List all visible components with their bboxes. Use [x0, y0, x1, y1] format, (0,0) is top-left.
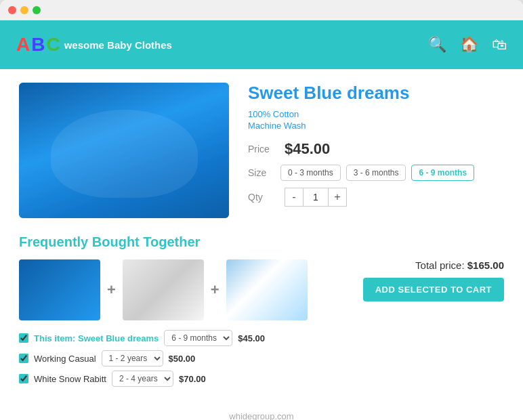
bag-icon[interactable]: 🛍 — [492, 36, 507, 54]
fbt-item-2-name: Working Casual — [34, 354, 96, 364]
logo-letter-a: A — [16, 34, 30, 56]
price-value: $45.00 — [285, 140, 330, 158]
fbt-item-2-price: $50.00 — [169, 354, 196, 364]
main-content: Sweet Blue dreams 100% Cotton Machine Wa… — [0, 69, 523, 400]
nav-icons: 🔍 🏠 🛍 — [428, 36, 507, 54]
fbt-title: Frequently Bought Together — [19, 234, 504, 250]
fbt-item-1-prefix: This item: Sweet Blue dreams — [34, 333, 159, 343]
qty-label: Qty — [248, 192, 275, 203]
logo-letter-c: C — [46, 34, 60, 56]
fbt-item-1: This item: Sweet Blue dreams 6 - 9 month… — [19, 330, 308, 346]
fbt-images: + + — [19, 259, 308, 320]
fbt-checkbox-3[interactable] — [19, 374, 28, 383]
product-details: Sweet Blue dreams 100% Cotton Machine Wa… — [248, 83, 504, 218]
fbt-item-3-price: $70.00 — [179, 374, 206, 384]
add-to-cart-button[interactable]: ADD SELECTED TO CART — [363, 278, 504, 301]
size-row: Size 0 - 3 months 3 - 6 months 6 - 9 mon… — [248, 165, 504, 181]
minimize-dot[interactable] — [20, 6, 28, 14]
price-label: Price — [248, 144, 275, 154]
product-section: Sweet Blue dreams 100% Cotton Machine Wa… — [19, 83, 504, 218]
total-price: Total price: $165.00 — [415, 259, 504, 271]
fbt-item-3: White Snow Rabitt 2 - 4 years 0 - 2 year… — [19, 371, 308, 387]
navbar: A B C wesome Baby Clothes 🔍 🏠 🛍 — [0, 20, 523, 69]
qty-row: Qty - 1 + — [248, 188, 504, 207]
fbt-left: + + This item: Sweet Blue dreams 6 - 9 m… — [19, 259, 308, 387]
search-icon[interactable]: 🔍 — [428, 36, 446, 54]
fbt-item-2: Working Casual 1 - 2 years 0 - 1 years 2… — [19, 350, 308, 366]
fbt-section: Frequently Bought Together + + Th — [19, 234, 504, 387]
fbt-checkbox-2[interactable] — [19, 354, 28, 363]
product-image — [19, 83, 229, 218]
fbt-item-3-name: White Snow Rabitt — [34, 374, 106, 384]
fbt-right: Total price: $165.00 ADD SELECTED TO CAR… — [363, 259, 504, 301]
footer: whidegroup.com — [0, 400, 523, 420]
logo-subtitle: wesome Baby Clothes — [64, 39, 172, 51]
footer-text: whidegroup.com — [229, 411, 293, 420]
size-btn-0-3[interactable]: 0 - 3 months — [280, 165, 341, 181]
fbt-item-1-price: $45.00 — [238, 333, 265, 343]
fbt-select-1[interactable]: 6 - 9 months 0 - 3 months 3 - 6 months — [164, 330, 232, 346]
total-price-value: $165.00 — [467, 259, 504, 271]
fbt-checkbox-1[interactable] — [19, 333, 28, 343]
fbt-image-2 — [123, 259, 204, 320]
app-window: A B C wesome Baby Clothes 🔍 🏠 🛍 Sweet Bl… — [0, 0, 523, 420]
fbt-main-row: + + This item: Sweet Blue dreams 6 - 9 m… — [19, 259, 504, 387]
fbt-image-3 — [226, 259, 308, 320]
logo: A B C wesome Baby Clothes — [16, 34, 172, 56]
product-desc-2: Machine Wash — [248, 121, 504, 131]
size-btn-3-6[interactable]: 3 - 6 months — [346, 165, 406, 181]
close-dot[interactable] — [8, 6, 16, 14]
qty-minus-button[interactable]: - — [285, 188, 304, 207]
size-btn-6-9[interactable]: 6 - 9 months — [411, 165, 474, 181]
plus-icon-1: + — [107, 281, 116, 299]
maximize-dot[interactable] — [33, 6, 41, 14]
fbt-image-1 — [19, 259, 100, 320]
title-bar — [0, 0, 523, 20]
fbt-select-2[interactable]: 1 - 2 years 0 - 1 years 2 - 3 years — [102, 350, 163, 366]
plus-icon-2: + — [211, 281, 219, 299]
qty-value: 1 — [304, 188, 328, 207]
product-title: Sweet Blue dreams — [248, 83, 504, 104]
fbt-items: This item: Sweet Blue dreams 6 - 9 month… — [19, 330, 308, 387]
fbt-select-3[interactable]: 2 - 4 years 0 - 2 years 4 - 6 years — [112, 371, 173, 387]
size-label: Size — [248, 167, 275, 178]
qty-plus-button[interactable]: + — [328, 188, 347, 207]
qty-controls: - 1 + — [285, 188, 347, 207]
home-icon[interactable]: 🏠 — [460, 36, 478, 54]
logo-letter-b: B — [31, 34, 45, 56]
product-photo — [19, 83, 229, 218]
product-desc-1: 100% Cotton — [248, 109, 504, 119]
price-row: Price $45.00 — [248, 140, 504, 158]
